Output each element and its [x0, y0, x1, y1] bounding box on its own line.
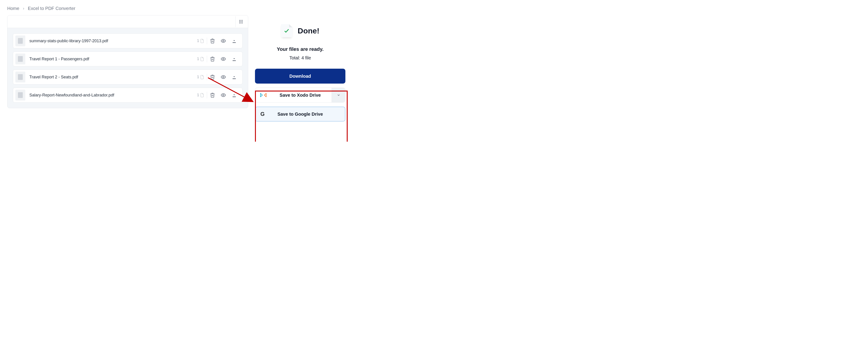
chevron-down-icon [337, 93, 340, 97]
breadcrumb-current[interactable]: Excel to PDF Converter [28, 6, 75, 11]
svg-rect-20 [19, 60, 21, 60]
svg-rect-15 [232, 42, 236, 43]
save-google-drive-button[interactable]: G Save to Google Drive [255, 106, 345, 122]
done-file-icon [281, 24, 292, 37]
svg-rect-1 [241, 20, 241, 21]
svg-point-21 [223, 58, 224, 60]
svg-rect-11 [19, 40, 22, 40]
file-name: Travel Report 2 - Seats.pdf [29, 75, 194, 80]
file-name: summary-stats-public-library-1997-2013.p… [29, 39, 194, 43]
file-thumb-icon [16, 72, 25, 83]
chevron-right-icon: › [23, 6, 24, 11]
svg-rect-10 [19, 39, 21, 39]
svg-rect-25 [19, 76, 22, 76]
download-icon [231, 74, 237, 80]
page-icon [200, 39, 204, 43]
delete-button[interactable] [207, 55, 218, 63]
svg-rect-26 [19, 77, 22, 77]
file-thumb-icon [16, 90, 25, 100]
done-total: Total: 4 file [255, 55, 345, 61]
page-count: 1 [194, 93, 207, 97]
file-row: summary-stats-public-library-1997-2013.p… [13, 33, 243, 48]
preview-button[interactable] [218, 91, 229, 100]
svg-rect-33 [19, 95, 22, 96]
svg-rect-27 [19, 78, 21, 78]
done-subtitle: Your files are ready. [255, 46, 345, 52]
eye-icon [221, 92, 226, 98]
download-button[interactable]: Download [255, 69, 345, 84]
file-thumb-icon [16, 35, 25, 46]
google-logo-icon: G [260, 111, 265, 117]
grid-icon [239, 20, 243, 24]
svg-rect-7 [241, 23, 241, 23]
xodo-logo-icon [260, 93, 267, 98]
trash-icon [210, 38, 215, 43]
svg-rect-0 [239, 20, 240, 21]
svg-rect-34 [19, 96, 21, 96]
svg-rect-2 [242, 20, 243, 21]
svg-rect-17 [19, 57, 21, 57]
svg-rect-5 [242, 21, 243, 22]
download-icon [231, 92, 237, 98]
download-file-button[interactable] [229, 55, 240, 63]
save-xodo-drive-button[interactable]: Save to Xodo Drive [255, 88, 345, 102]
download-file-button[interactable] [229, 91, 240, 100]
svg-rect-13 [19, 42, 21, 42]
check-icon [284, 28, 289, 34]
svg-rect-4 [241, 21, 241, 22]
file-row: Travel Report 2 - Seats.pdf1 [13, 70, 243, 85]
page-count: 1 [194, 39, 207, 43]
svg-rect-12 [19, 41, 22, 41]
trash-icon [210, 92, 215, 98]
grid-view-button[interactable] [235, 16, 246, 27]
file-thumb-icon [16, 54, 25, 64]
eye-icon [221, 74, 226, 80]
trash-icon [210, 74, 215, 80]
breadcrumb: Home › Excel to PDF Converter [0, 0, 352, 15]
page-count: 1 [194, 75, 207, 79]
file-row: Travel Report 1 - Passengers.pdf1 [13, 52, 243, 66]
svg-rect-31 [19, 93, 21, 94]
svg-rect-19 [19, 59, 22, 59]
preview-button[interactable] [218, 55, 229, 63]
download-icon [231, 38, 237, 43]
svg-rect-18 [19, 58, 22, 59]
eye-icon [221, 38, 226, 43]
svg-rect-36 [232, 96, 236, 97]
svg-rect-3 [239, 21, 240, 22]
breadcrumb-home[interactable]: Home [7, 6, 19, 11]
delete-button[interactable] [207, 36, 218, 45]
download-file-button[interactable] [229, 72, 240, 82]
page-icon [200, 93, 204, 97]
eye-icon [221, 56, 226, 62]
page-icon [200, 57, 204, 61]
save-xodo-label: Save to Xodo Drive [280, 93, 321, 98]
delete-button[interactable] [207, 91, 218, 100]
trash-icon [210, 56, 215, 62]
save-xodo-dropdown-toggle[interactable] [332, 88, 345, 102]
svg-point-28 [223, 76, 224, 78]
page-count: 1 [194, 57, 207, 61]
svg-rect-32 [19, 94, 22, 95]
preview-button[interactable] [218, 36, 229, 45]
page-icon [200, 75, 204, 79]
svg-rect-6 [239, 23, 240, 23]
done-title: Done! [298, 26, 319, 35]
svg-rect-24 [19, 75, 21, 75]
preview-button[interactable] [218, 72, 229, 82]
svg-point-35 [223, 94, 224, 96]
svg-rect-29 [232, 78, 236, 79]
svg-rect-8 [242, 23, 243, 23]
delete-button[interactable] [207, 72, 218, 82]
file-name: Travel Report 1 - Passengers.pdf [29, 57, 194, 61]
file-row: Salary-Report-Newfoundland-and-Labrador.… [13, 88, 243, 102]
svg-point-14 [223, 40, 224, 41]
download-file-button[interactable] [229, 36, 240, 45]
file-name: Salary-Report-Newfoundland-and-Labrador.… [29, 93, 194, 98]
download-icon [231, 56, 237, 62]
save-google-label: Save to Google Drive [277, 112, 323, 117]
svg-rect-22 [232, 60, 236, 61]
files-panel: summary-stats-public-library-1997-2013.p… [7, 15, 248, 108]
